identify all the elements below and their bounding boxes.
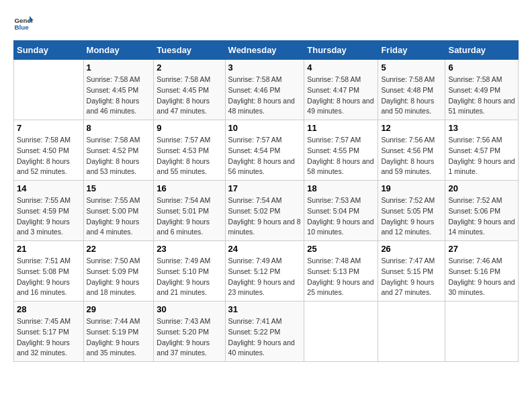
- day-number: 10: [228, 123, 302, 133]
- calendar-cell: 24 Sunrise: 7:49 AMSunset: 5:12 PMDaylig…: [225, 241, 304, 302]
- logo: General Blue: [13, 13, 34, 34]
- cell-info: Sunrise: 7:58 AMSunset: 4:48 PMDaylight:…: [381, 75, 442, 117]
- cell-info: Sunrise: 7:52 AMSunset: 5:05 PMDaylight:…: [381, 195, 442, 238]
- logo-icon: General Blue: [13, 13, 34, 34]
- calendar-cell: [304, 302, 378, 362]
- calendar-cell: [14, 60, 84, 120]
- day-number: 16: [157, 183, 222, 193]
- calendar-cell: 3 Sunrise: 7:58 AMSunset: 4:46 PMDayligh…: [225, 60, 304, 120]
- day-number: 18: [307, 183, 375, 193]
- calendar-cell: 1 Sunrise: 7:58 AMSunset: 4:45 PMDayligh…: [83, 60, 154, 120]
- day-number: 8: [87, 123, 151, 133]
- cell-info: Sunrise: 7:58 AMSunset: 4:45 PMDaylight:…: [87, 75, 151, 117]
- calendar-cell: 14 Sunrise: 7:55 AMSunset: 4:59 PMDaylig…: [14, 181, 84, 241]
- day-number: 1: [87, 62, 151, 73]
- calendar-cell: 27 Sunrise: 7:46 AMSunset: 5:16 PMDaylig…: [445, 241, 519, 302]
- calendar-cell: 5 Sunrise: 7:58 AMSunset: 4:48 PMDayligh…: [378, 60, 445, 120]
- cell-info: Sunrise: 7:55 AMSunset: 4:59 PMDaylight:…: [17, 195, 81, 238]
- cell-info: Sunrise: 7:49 AMSunset: 5:10 PMDaylight:…: [157, 256, 222, 298]
- day-number: 15: [87, 183, 151, 193]
- calendar-week-row: 7 Sunrise: 7:58 AMSunset: 4:50 PMDayligh…: [14, 120, 519, 181]
- cell-info: Sunrise: 7:53 AMSunset: 5:04 PMDaylight:…: [307, 195, 375, 238]
- day-number: 9: [157, 123, 222, 133]
- calendar-cell: 20 Sunrise: 7:52 AMSunset: 5:06 PMDaylig…: [445, 181, 519, 241]
- calendar-cell: 10 Sunrise: 7:57 AMSunset: 4:54 PMDaylig…: [225, 120, 304, 181]
- calendar-cell: 11 Sunrise: 7:57 AMSunset: 4:55 PMDaylig…: [304, 120, 378, 181]
- calendar-cell: 29 Sunrise: 7:44 AMSunset: 5:19 PMDaylig…: [83, 302, 154, 362]
- cell-info: Sunrise: 7:49 AMSunset: 5:12 PMDaylight:…: [228, 256, 302, 298]
- calendar-cell: 16 Sunrise: 7:54 AMSunset: 5:01 PMDaylig…: [154, 181, 225, 241]
- cell-info: Sunrise: 7:52 AMSunset: 5:06 PMDaylight:…: [448, 195, 515, 238]
- calendar-cell: 25 Sunrise: 7:48 AMSunset: 5:13 PMDaylig…: [304, 241, 378, 302]
- cell-info: Sunrise: 7:45 AMSunset: 5:17 PMDaylight:…: [17, 316, 81, 359]
- header: General Blue: [13, 13, 519, 34]
- day-number: 19: [381, 183, 442, 193]
- day-of-week-header: Wednesday: [225, 41, 304, 60]
- calendar-cell: 31 Sunrise: 7:41 AMSunset: 5:22 PMDaylig…: [225, 302, 304, 362]
- cell-info: Sunrise: 7:51 AMSunset: 5:08 PMDaylight:…: [17, 256, 81, 298]
- calendar-cell: [378, 302, 445, 362]
- cell-info: Sunrise: 7:55 AMSunset: 5:00 PMDaylight:…: [87, 195, 151, 238]
- cell-info: Sunrise: 7:58 AMSunset: 4:52 PMDaylight:…: [87, 135, 151, 177]
- calendar-table: SundayMondayTuesdayWednesdayThursdayFrid…: [13, 40, 519, 362]
- day-number: 7: [17, 123, 81, 133]
- calendar-week-row: 14 Sunrise: 7:55 AMSunset: 4:59 PMDaylig…: [14, 181, 519, 241]
- cell-info: Sunrise: 7:57 AMSunset: 4:55 PMDaylight:…: [307, 135, 375, 177]
- cell-info: Sunrise: 7:58 AMSunset: 4:46 PMDaylight:…: [228, 75, 302, 117]
- cell-info: Sunrise: 7:58 AMSunset: 4:49 PMDaylight:…: [448, 75, 515, 117]
- calendar-cell: 13 Sunrise: 7:56 AMSunset: 4:57 PMDaylig…: [445, 120, 519, 181]
- cell-info: Sunrise: 7:48 AMSunset: 5:13 PMDaylight:…: [307, 256, 375, 298]
- day-of-week-header: Friday: [378, 41, 445, 60]
- cell-info: Sunrise: 7:58 AMSunset: 4:50 PMDaylight:…: [17, 135, 81, 177]
- day-number: 25: [307, 244, 375, 254]
- cell-info: Sunrise: 7:43 AMSunset: 5:20 PMDaylight:…: [157, 316, 222, 359]
- day-number: 12: [381, 123, 442, 133]
- cell-info: Sunrise: 7:50 AMSunset: 5:09 PMDaylight:…: [87, 256, 151, 298]
- calendar-cell: 15 Sunrise: 7:55 AMSunset: 5:00 PMDaylig…: [83, 181, 154, 241]
- calendar-cell: 17 Sunrise: 7:54 AMSunset: 5:02 PMDaylig…: [225, 181, 304, 241]
- cell-info: Sunrise: 7:57 AMSunset: 4:54 PMDaylight:…: [228, 135, 302, 177]
- day-number: 29: [87, 304, 151, 314]
- svg-text:Blue: Blue: [15, 24, 30, 31]
- cell-info: Sunrise: 7:58 AMSunset: 4:47 PMDaylight:…: [307, 75, 375, 117]
- calendar-cell: 21 Sunrise: 7:51 AMSunset: 5:08 PMDaylig…: [14, 241, 84, 302]
- day-of-week-header: Thursday: [304, 41, 378, 60]
- cell-info: Sunrise: 7:54 AMSunset: 5:02 PMDaylight:…: [228, 195, 302, 238]
- day-number: 30: [157, 304, 222, 314]
- calendar-cell: 9 Sunrise: 7:57 AMSunset: 4:53 PMDayligh…: [154, 120, 225, 181]
- day-number: 26: [381, 244, 442, 254]
- calendar-cell: 18 Sunrise: 7:53 AMSunset: 5:04 PMDaylig…: [304, 181, 378, 241]
- calendar-cell: 6 Sunrise: 7:58 AMSunset: 4:49 PMDayligh…: [445, 60, 519, 120]
- day-of-week-header: Monday: [83, 41, 154, 60]
- calendar-cell: 12 Sunrise: 7:56 AMSunset: 4:56 PMDaylig…: [378, 120, 445, 181]
- day-number: 28: [17, 304, 81, 314]
- cell-info: Sunrise: 7:47 AMSunset: 5:15 PMDaylight:…: [381, 256, 442, 298]
- day-number: 24: [228, 244, 302, 254]
- day-number: 23: [157, 244, 222, 254]
- day-number: 21: [17, 244, 81, 254]
- day-number: 2: [157, 62, 222, 73]
- day-number: 3: [228, 62, 302, 73]
- cell-info: Sunrise: 7:44 AMSunset: 5:19 PMDaylight:…: [87, 316, 151, 359]
- calendar-cell: 22 Sunrise: 7:50 AMSunset: 5:09 PMDaylig…: [83, 241, 154, 302]
- day-number: 6: [448, 62, 515, 73]
- calendar-cell: 28 Sunrise: 7:45 AMSunset: 5:17 PMDaylig…: [14, 302, 84, 362]
- cell-info: Sunrise: 7:46 AMSunset: 5:16 PMDaylight:…: [448, 256, 515, 298]
- day-number: 31: [228, 304, 302, 314]
- day-number: 13: [448, 123, 515, 133]
- day-of-week-header: Tuesday: [154, 41, 225, 60]
- calendar-cell: 30 Sunrise: 7:43 AMSunset: 5:20 PMDaylig…: [154, 302, 225, 362]
- calendar-header-row: SundayMondayTuesdayWednesdayThursdayFrid…: [14, 41, 519, 60]
- calendar-cell: 19 Sunrise: 7:52 AMSunset: 5:05 PMDaylig…: [378, 181, 445, 241]
- calendar-cell: 26 Sunrise: 7:47 AMSunset: 5:15 PMDaylig…: [378, 241, 445, 302]
- calendar-week-row: 21 Sunrise: 7:51 AMSunset: 5:08 PMDaylig…: [14, 241, 519, 302]
- calendar-cell: 8 Sunrise: 7:58 AMSunset: 4:52 PMDayligh…: [83, 120, 154, 181]
- calendar-cell: [445, 302, 519, 362]
- day-of-week-header: Sunday: [14, 41, 84, 60]
- day-of-week-header: Saturday: [445, 41, 519, 60]
- calendar-cell: 23 Sunrise: 7:49 AMSunset: 5:10 PMDaylig…: [154, 241, 225, 302]
- day-number: 20: [448, 183, 515, 193]
- cell-info: Sunrise: 7:57 AMSunset: 4:53 PMDaylight:…: [157, 135, 222, 177]
- cell-info: Sunrise: 7:58 AMSunset: 4:45 PMDaylight:…: [157, 75, 222, 117]
- day-number: 11: [307, 123, 375, 133]
